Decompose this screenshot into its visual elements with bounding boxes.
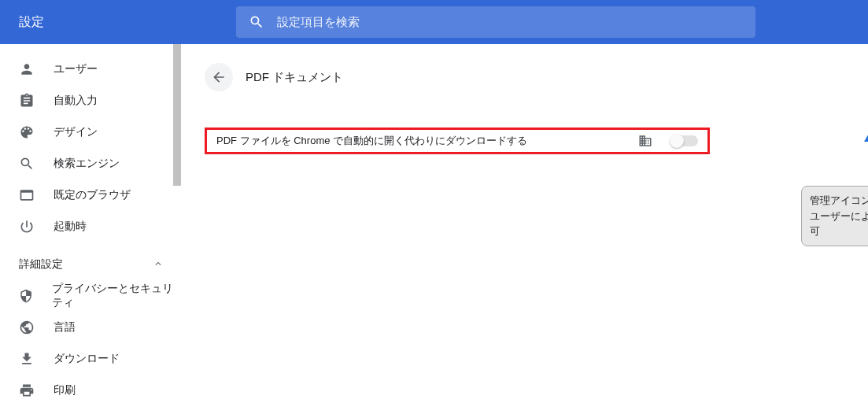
- search-placeholder: 設定項目を検索: [277, 15, 360, 30]
- main: ユーザー 自動入力 デザイン 検索エンジン 既定のブラウザ 起動時 詳細設定: [0, 44, 868, 414]
- toggle-switch[interactable]: [671, 135, 698, 146]
- toggle-knob: [670, 134, 684, 148]
- callout-line-2: ユーザーによる設定変更不可: [810, 209, 868, 239]
- chevron-up-icon: [153, 258, 164, 272]
- sidebar-item-autofill[interactable]: 自動入力: [0, 85, 183, 116]
- sidebar-item-label: ユーザー: [54, 62, 98, 76]
- arrow-left-icon: [211, 69, 227, 85]
- palette-icon: [19, 124, 35, 140]
- power-icon: [19, 219, 35, 235]
- sidebar-item-privacy[interactable]: プライバシーとセキュリティ: [0, 280, 183, 312]
- sidebar-item-default-browser[interactable]: 既定のブラウザ: [0, 179, 183, 211]
- download-icon: [19, 351, 35, 367]
- arrow-head-icon: [864, 124, 868, 142]
- scrollbar-thumb[interactable]: [173, 44, 181, 186]
- sidebar-item-label: プライバシーとセキュリティ: [52, 282, 183, 310]
- sidebar-item-startup[interactable]: 起動時: [0, 211, 183, 242]
- sidebar-item-design[interactable]: デザイン: [0, 116, 183, 148]
- annotation-arrow: [864, 124, 868, 186]
- back-button[interactable]: [205, 63, 233, 91]
- callout-line-1: 管理アイコンが追加される: [810, 193, 868, 209]
- sidebar: ユーザー 自動入力 デザイン 検索エンジン 既定のブラウザ 起動時 詳細設定: [0, 44, 183, 414]
- setting-label: PDF ファイルを Chrome で自動的に開く代わりにダウンロードする: [216, 134, 638, 148]
- sidebar-item-search-engine[interactable]: 検索エンジン: [0, 148, 183, 179]
- page-header: PDF ドキュメント: [205, 63, 849, 91]
- sidebar-item-label: 印刷: [54, 383, 76, 397]
- sidebar-item-download[interactable]: ダウンロード: [0, 343, 183, 375]
- shield-icon: [19, 288, 33, 304]
- browser-icon: [19, 187, 35, 203]
- sidebar-item-label: デザイン: [54, 125, 98, 139]
- managed-policy-icon: [638, 134, 652, 148]
- sidebar-item-print[interactable]: 印刷: [0, 375, 183, 406]
- sidebar-item-label: 起動時: [54, 220, 87, 234]
- setting-row-highlight: PDF ファイルを Chrome で自動的に開く代わりにダウンロードする: [205, 128, 710, 154]
- sidebar-item-label: ダウンロード: [54, 352, 120, 366]
- sidebar-item-label: 言語: [54, 320, 76, 335]
- app-header: 設定 設定項目を検索: [0, 0, 868, 44]
- app-title: 設定: [0, 14, 236, 31]
- sidebar-item-label: 検索エンジン: [54, 157, 120, 171]
- print-icon: [19, 383, 35, 398]
- sidebar-section-label: 詳細設定: [19, 257, 63, 272]
- scrollbar[interactable]: [172, 44, 183, 414]
- sidebar-item-label: 既定のブラウザ: [54, 188, 131, 202]
- content-area: PDF ドキュメント PDF ファイルを Chrome で自動的に開く代わりにダ…: [183, 44, 868, 414]
- search-input[interactable]: 設定項目を検索: [236, 6, 755, 38]
- annotation-callout: 管理アイコンが追加される ユーザーによる設定変更不可: [801, 186, 868, 246]
- sidebar-item-language[interactable]: 言語: [0, 312, 183, 343]
- page-title: PDF ドキュメント: [246, 70, 343, 85]
- globe-icon: [19, 320, 35, 335]
- sidebar-section-advanced[interactable]: 詳細設定: [0, 249, 183, 280]
- sidebar-item-label: 自動入力: [54, 94, 98, 108]
- sidebar-item-user[interactable]: ユーザー: [0, 54, 183, 85]
- clipboard-icon: [19, 93, 35, 109]
- search-icon: [19, 156, 35, 172]
- person-icon: [19, 61, 35, 77]
- search-icon: [249, 14, 264, 30]
